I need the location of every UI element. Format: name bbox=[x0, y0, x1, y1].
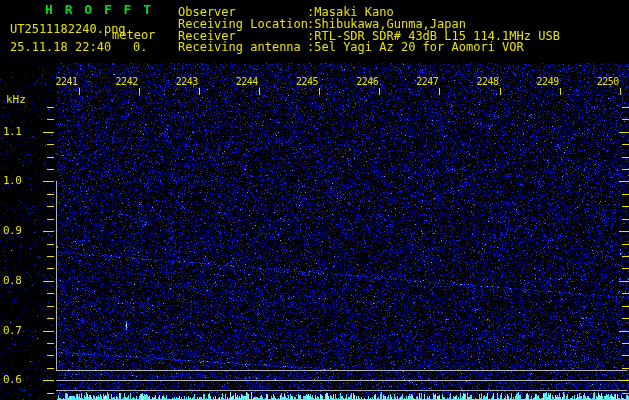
y-axis-tick-mark-right bbox=[622, 343, 629, 344]
y-axis-tick-label: 0.8 bbox=[3, 275, 21, 286]
y-axis-tick-mark-right bbox=[622, 256, 629, 257]
x-axis-tick-mark bbox=[560, 88, 561, 95]
y-axis-tick-mark-left bbox=[47, 157, 54, 158]
x-axis-tick-label: 2250 bbox=[593, 77, 619, 87]
hrofft-app: H R O F F T UT2511182240.png meteor 25.1… bbox=[0, 0, 629, 400]
y-axis-tick-mark-right bbox=[622, 268, 629, 269]
observation-field-label: Receiving antenna bbox=[178, 41, 301, 53]
y-axis-tick-mark-right bbox=[622, 107, 629, 108]
x-axis-tick-label: 2245 bbox=[292, 77, 318, 87]
y-axis-tick-mark-right bbox=[619, 231, 629, 232]
y-axis-tick-label: 1.1 bbox=[3, 126, 21, 137]
y-axis-tick-mark-left bbox=[47, 368, 54, 369]
x-axis-tick-label: 2249 bbox=[533, 77, 559, 87]
x-axis-tick-label: 2242 bbox=[112, 77, 138, 87]
y-axis-tick-mark-left bbox=[47, 244, 54, 245]
x-axis-tick-label: 2248 bbox=[473, 77, 499, 87]
y-axis-tick-mark-left bbox=[47, 343, 54, 344]
y-axis-tick-mark-left bbox=[47, 107, 54, 108]
y-axis-tick-mark-right bbox=[619, 331, 629, 332]
y-axis-tick-mark-left bbox=[47, 119, 54, 120]
y-axis-tick-label: 0.6 bbox=[3, 374, 21, 385]
y-axis-tick-mark-right bbox=[622, 368, 629, 369]
app-title: H R O F F T bbox=[45, 3, 153, 16]
x-axis-tick-label: 2247 bbox=[412, 77, 438, 87]
y-axis-tick-mark-right bbox=[619, 132, 629, 133]
y-axis-tick-mark-left bbox=[47, 144, 54, 145]
y-axis-tick-mark-right bbox=[622, 206, 629, 207]
y-axis-tick-label: 0.9 bbox=[3, 225, 21, 236]
y-axis-tick-mark-right bbox=[622, 318, 629, 319]
y-axis-tick-mark-left bbox=[47, 206, 54, 207]
x-axis-tick-mark bbox=[379, 88, 380, 95]
y-axis-tick-mark-right bbox=[622, 244, 629, 245]
y-axis-tick-label: 0.7 bbox=[3, 325, 21, 336]
y-axis-tick-mark-left bbox=[47, 256, 54, 257]
y-axis-tick-mark-left bbox=[47, 194, 54, 195]
y-axis-tick-mark-right bbox=[619, 181, 629, 182]
y-axis-tick-mark-left bbox=[47, 169, 54, 170]
y-axis-tick-mark-right bbox=[622, 194, 629, 195]
y-axis-tick-mark-left bbox=[43, 132, 54, 133]
observation-field-value: :5el Yagi Az 20 for Aomori VOR bbox=[307, 41, 524, 53]
y-axis-tick-mark-left bbox=[47, 306, 54, 307]
capture-filename: UT2511182240.png bbox=[10, 23, 126, 35]
x-axis-tick-mark bbox=[439, 88, 440, 95]
x-axis-tick-label: 2243 bbox=[172, 77, 198, 87]
y-axis-tick-mark-left bbox=[47, 293, 54, 294]
y-axis-tick-mark-left bbox=[47, 318, 54, 319]
x-axis-tick-mark bbox=[500, 88, 501, 95]
x-axis-tick-mark bbox=[139, 88, 140, 95]
y-axis-tick-mark-right bbox=[622, 306, 629, 307]
y-axis-tick-mark-left bbox=[47, 268, 54, 269]
y-axis-tick-label: 1.0 bbox=[3, 175, 21, 186]
observation-field-label: Receiving Location bbox=[178, 18, 308, 30]
y-axis-tick-mark-left bbox=[47, 393, 54, 394]
x-axis-tick-mark bbox=[319, 88, 320, 95]
x-axis-tick-label: 2241 bbox=[52, 77, 78, 87]
y-axis-unit-label: kHz bbox=[6, 94, 26, 105]
x-axis-tick-mark bbox=[620, 88, 621, 95]
y-axis-tick-mark-left bbox=[47, 355, 54, 356]
y-axis-tick-mark-left bbox=[43, 181, 54, 182]
y-axis-tick-mark-right bbox=[622, 355, 629, 356]
y-axis-tick-mark-right bbox=[622, 119, 629, 120]
y-axis-tick-mark-right bbox=[622, 157, 629, 158]
y-axis-tick-mark-right bbox=[622, 219, 629, 220]
spectrogram-canvas bbox=[0, 0, 629, 400]
y-axis-tick-mark-left bbox=[43, 231, 54, 232]
y-axis-tick-mark-right bbox=[619, 281, 629, 282]
echo-counter: 0. bbox=[133, 41, 147, 53]
y-axis-tick-mark-right bbox=[622, 144, 629, 145]
x-axis-tick-mark bbox=[199, 88, 200, 95]
x-axis-tick-mark bbox=[259, 88, 260, 95]
y-axis-tick-mark-right bbox=[622, 393, 629, 394]
x-axis-tick-mark bbox=[79, 88, 80, 95]
y-axis-tick-mark-left bbox=[47, 219, 54, 220]
field-value-text: 5el Yagi Az 20 for Aomori VOR bbox=[314, 40, 524, 54]
y-axis-tick-mark-right bbox=[622, 169, 629, 170]
x-axis-tick-label: 2246 bbox=[352, 77, 378, 87]
y-axis-tick-mark-left bbox=[43, 380, 54, 381]
y-axis-tick-mark-right bbox=[619, 380, 629, 381]
x-axis-tick-label: 2244 bbox=[232, 77, 258, 87]
y-axis-tick-mark-left bbox=[43, 331, 54, 332]
y-axis-tick-mark-right bbox=[622, 293, 629, 294]
y-axis-tick-mark-left bbox=[43, 281, 54, 282]
capture-datetime: 25.11.18 22:40 bbox=[10, 41, 111, 53]
